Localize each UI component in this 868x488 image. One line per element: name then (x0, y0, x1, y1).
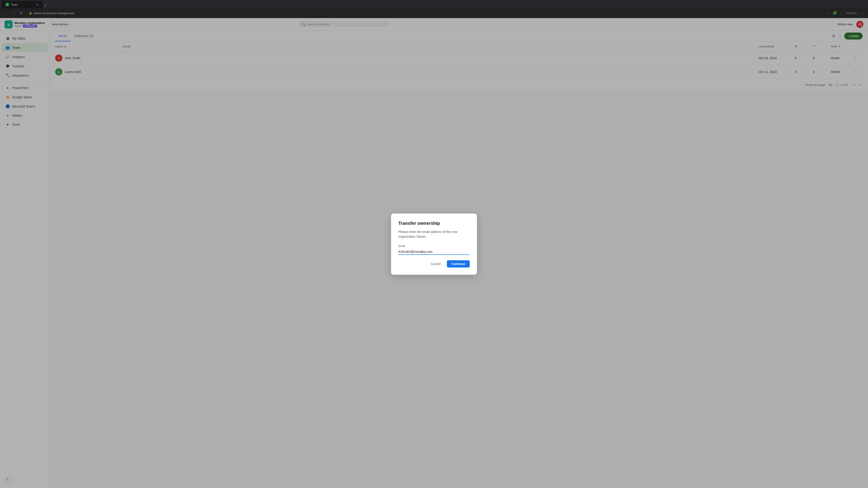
modal: Transfer ownership Please enter the emai… (391, 214, 477, 275)
modal-email-label: Email (398, 245, 470, 248)
modal-actions: Cancel Continue (398, 260, 470, 267)
cancel-button[interactable]: Cancel (427, 260, 444, 267)
modal-description: Please enter the email address of the ne… (398, 230, 470, 239)
modal-title: Transfer ownership (398, 221, 470, 226)
modal-email-input[interactable] (398, 249, 470, 255)
modal-overlay: Transfer ownership Please enter the emai… (0, 0, 868, 488)
continue-button[interactable]: Continue (447, 260, 470, 267)
modal-input-group: Email (398, 245, 470, 255)
